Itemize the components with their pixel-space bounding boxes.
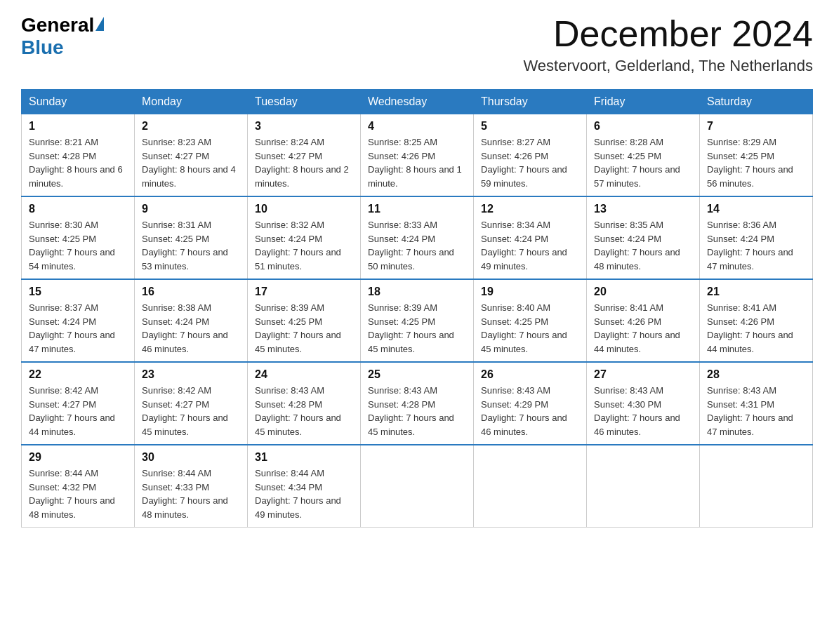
calendar-cell: 9 Sunrise: 8:31 AMSunset: 4:25 PMDayligh…	[135, 196, 248, 279]
day-number: 14	[707, 203, 805, 215]
calendar-cell: 16 Sunrise: 8:38 AMSunset: 4:24 PMDaylig…	[135, 279, 248, 362]
calendar-cell: 17 Sunrise: 8:39 AMSunset: 4:25 PMDaylig…	[248, 279, 361, 362]
day-number: 8	[29, 203, 127, 215]
day-number: 2	[142, 120, 240, 133]
calendar-cell	[587, 445, 700, 528]
day-info: Sunrise: 8:29 AMSunset: 4:25 PMDaylight:…	[707, 135, 805, 190]
day-number: 4	[368, 120, 466, 133]
month-title: December 2024	[523, 14, 813, 54]
header-friday: Friday	[587, 90, 700, 114]
day-info: Sunrise: 8:43 AMSunset: 4:30 PMDaylight:…	[594, 384, 692, 438]
calendar-header-row: SundayMondayTuesdayWednesdayThursdayFrid…	[22, 90, 813, 114]
header-saturday: Saturday	[700, 90, 813, 114]
day-number: 21	[707, 286, 805, 298]
day-number: 7	[707, 120, 805, 133]
calendar-week-row: 29 Sunrise: 8:44 AMSunset: 4:32 PMDaylig…	[22, 445, 813, 528]
header-wednesday: Wednesday	[361, 90, 474, 114]
calendar-cell: 18 Sunrise: 8:39 AMSunset: 4:25 PMDaylig…	[361, 279, 474, 362]
day-info: Sunrise: 8:24 AMSunset: 4:27 PMDaylight:…	[255, 135, 353, 190]
day-info: Sunrise: 8:39 AMSunset: 4:25 PMDaylight:…	[368, 301, 466, 356]
day-info: Sunrise: 8:43 AMSunset: 4:28 PMDaylight:…	[368, 384, 466, 438]
day-number: 25	[368, 368, 466, 381]
day-info: Sunrise: 8:34 AMSunset: 4:24 PMDaylight:…	[481, 218, 579, 273]
calendar-cell: 2 Sunrise: 8:23 AMSunset: 4:27 PMDayligh…	[135, 114, 248, 197]
day-number: 19	[481, 286, 579, 298]
calendar-cell	[474, 445, 587, 528]
day-info: Sunrise: 8:42 AMSunset: 4:27 PMDaylight:…	[29, 384, 127, 438]
day-info: Sunrise: 8:30 AMSunset: 4:25 PMDaylight:…	[29, 218, 127, 273]
day-number: 6	[594, 120, 692, 133]
logo-blue-text: Blue	[21, 36, 64, 58]
day-number: 3	[255, 120, 353, 133]
day-number: 24	[255, 368, 353, 381]
day-info: Sunrise: 8:25 AMSunset: 4:26 PMDaylight:…	[368, 135, 466, 190]
day-number: 23	[142, 368, 240, 381]
calendar-cell: 11 Sunrise: 8:33 AMSunset: 4:24 PMDaylig…	[361, 196, 474, 279]
calendar-week-row: 8 Sunrise: 8:30 AMSunset: 4:25 PMDayligh…	[22, 196, 813, 279]
day-number: 27	[594, 368, 692, 381]
day-number: 10	[255, 203, 353, 215]
calendar-cell: 24 Sunrise: 8:43 AMSunset: 4:28 PMDaylig…	[248, 362, 361, 445]
day-number: 13	[594, 203, 692, 215]
location-subtitle: Westervoort, Gelderland, The Netherlands	[523, 57, 813, 75]
day-number: 20	[594, 286, 692, 298]
calendar-cell: 30 Sunrise: 8:44 AMSunset: 4:33 PMDaylig…	[135, 445, 248, 528]
day-info: Sunrise: 8:40 AMSunset: 4:25 PMDaylight:…	[481, 301, 579, 356]
calendar-week-row: 15 Sunrise: 8:37 AMSunset: 4:24 PMDaylig…	[22, 279, 813, 362]
page-header: General Blue December 2024 Westervoort, …	[21, 14, 813, 75]
calendar-cell: 23 Sunrise: 8:42 AMSunset: 4:27 PMDaylig…	[135, 362, 248, 445]
day-info: Sunrise: 8:37 AMSunset: 4:24 PMDaylight:…	[29, 301, 127, 356]
calendar-cell: 13 Sunrise: 8:35 AMSunset: 4:24 PMDaylig…	[587, 196, 700, 279]
day-info: Sunrise: 8:33 AMSunset: 4:24 PMDaylight:…	[368, 218, 466, 273]
day-info: Sunrise: 8:44 AMSunset: 4:34 PMDaylight:…	[255, 467, 353, 521]
calendar-cell	[700, 445, 813, 528]
day-number: 15	[29, 286, 127, 298]
day-info: Sunrise: 8:44 AMSunset: 4:32 PMDaylight:…	[29, 467, 127, 521]
day-number: 17	[255, 286, 353, 298]
calendar-cell: 31 Sunrise: 8:44 AMSunset: 4:34 PMDaylig…	[248, 445, 361, 528]
day-number: 28	[707, 368, 805, 381]
header-monday: Monday	[135, 90, 248, 114]
header-tuesday: Tuesday	[248, 90, 361, 114]
day-info: Sunrise: 8:38 AMSunset: 4:24 PMDaylight:…	[142, 301, 240, 356]
day-info: Sunrise: 8:27 AMSunset: 4:26 PMDaylight:…	[481, 135, 579, 190]
calendar-cell: 29 Sunrise: 8:44 AMSunset: 4:32 PMDaylig…	[22, 445, 135, 528]
calendar-cell: 28 Sunrise: 8:43 AMSunset: 4:31 PMDaylig…	[700, 362, 813, 445]
day-number: 11	[368, 203, 466, 215]
logo: General Blue	[21, 14, 105, 59]
day-number: 1	[29, 120, 127, 133]
header-thursday: Thursday	[474, 90, 587, 114]
day-number: 30	[142, 451, 240, 464]
day-info: Sunrise: 8:41 AMSunset: 4:26 PMDaylight:…	[594, 301, 692, 356]
day-info: Sunrise: 8:21 AMSunset: 4:28 PMDaylight:…	[29, 135, 127, 190]
header-sunday: Sunday	[22, 90, 135, 114]
calendar-week-row: 22 Sunrise: 8:42 AMSunset: 4:27 PMDaylig…	[22, 362, 813, 445]
calendar-cell: 7 Sunrise: 8:29 AMSunset: 4:25 PMDayligh…	[700, 114, 813, 197]
calendar-cell: 26 Sunrise: 8:43 AMSunset: 4:29 PMDaylig…	[474, 362, 587, 445]
calendar-week-row: 1 Sunrise: 8:21 AMSunset: 4:28 PMDayligh…	[22, 114, 813, 197]
logo-triangle-icon	[95, 17, 104, 31]
calendar-cell: 14 Sunrise: 8:36 AMSunset: 4:24 PMDaylig…	[700, 196, 813, 279]
calendar-cell: 12 Sunrise: 8:34 AMSunset: 4:24 PMDaylig…	[474, 196, 587, 279]
day-info: Sunrise: 8:41 AMSunset: 4:26 PMDaylight:…	[707, 301, 805, 356]
day-info: Sunrise: 8:43 AMSunset: 4:28 PMDaylight:…	[255, 384, 353, 438]
day-info: Sunrise: 8:31 AMSunset: 4:25 PMDaylight:…	[142, 218, 240, 273]
day-info: Sunrise: 8:36 AMSunset: 4:24 PMDaylight:…	[707, 218, 805, 273]
day-info: Sunrise: 8:39 AMSunset: 4:25 PMDaylight:…	[255, 301, 353, 356]
day-info: Sunrise: 8:44 AMSunset: 4:33 PMDaylight:…	[142, 467, 240, 521]
calendar-cell: 25 Sunrise: 8:43 AMSunset: 4:28 PMDaylig…	[361, 362, 474, 445]
day-number: 16	[142, 286, 240, 298]
calendar-cell: 1 Sunrise: 8:21 AMSunset: 4:28 PMDayligh…	[22, 114, 135, 197]
day-info: Sunrise: 8:32 AMSunset: 4:24 PMDaylight:…	[255, 218, 353, 273]
day-info: Sunrise: 8:35 AMSunset: 4:24 PMDaylight:…	[594, 218, 692, 273]
calendar-cell: 22 Sunrise: 8:42 AMSunset: 4:27 PMDaylig…	[22, 362, 135, 445]
calendar-cell: 21 Sunrise: 8:41 AMSunset: 4:26 PMDaylig…	[700, 279, 813, 362]
calendar-cell: 8 Sunrise: 8:30 AMSunset: 4:25 PMDayligh…	[22, 196, 135, 279]
calendar-cell: 5 Sunrise: 8:27 AMSunset: 4:26 PMDayligh…	[474, 114, 587, 197]
day-number: 26	[481, 368, 579, 381]
day-number: 5	[481, 120, 579, 133]
title-section: December 2024 Westervoort, Gelderland, T…	[523, 14, 813, 75]
calendar-cell: 3 Sunrise: 8:24 AMSunset: 4:27 PMDayligh…	[248, 114, 361, 197]
calendar-cell: 15 Sunrise: 8:37 AMSunset: 4:24 PMDaylig…	[22, 279, 135, 362]
calendar-cell: 10 Sunrise: 8:32 AMSunset: 4:24 PMDaylig…	[248, 196, 361, 279]
